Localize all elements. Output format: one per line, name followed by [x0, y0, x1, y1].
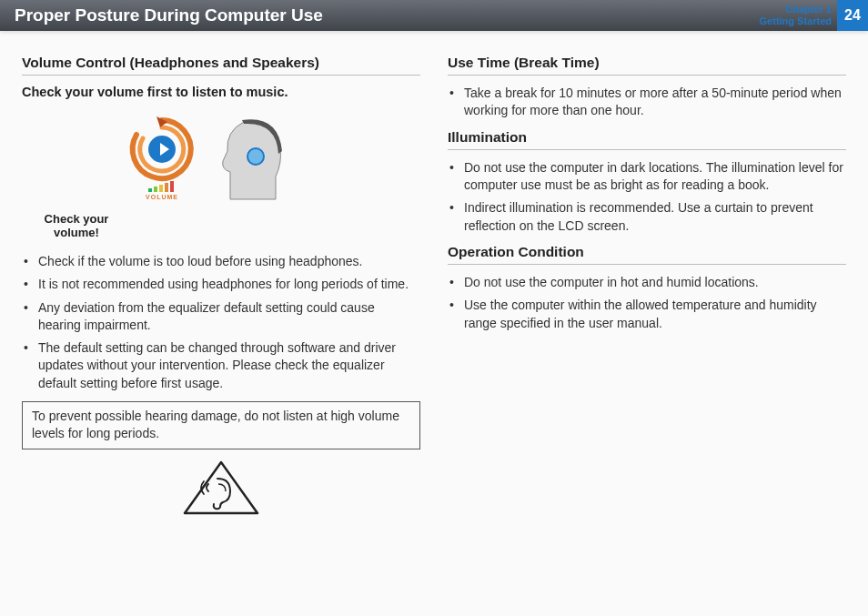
- page-title: Proper Posture During Computer Use: [15, 5, 323, 25]
- volume-bullets: Check if the volume is too loud before u…: [22, 253, 420, 392]
- svg-rect-6: [165, 183, 168, 192]
- operation-bullets: Do not use the computer in hot and humid…: [448, 274, 846, 332]
- section-heading-volume: Volume Control (Headphones and Speakers): [22, 55, 420, 76]
- list-item: Take a break for 10 minutes or more afte…: [448, 85, 846, 120]
- list-item: Do not use the computer in hot and humid…: [448, 274, 846, 291]
- sub-heading-volume: Check your volume first to listen to mus…: [22, 85, 420, 99]
- chapter-subtitle: Getting Started: [760, 15, 832, 27]
- illumination-bullets: Do not use the computer in dark location…: [448, 159, 846, 235]
- usetime-bullets: Take a break for 10 minutes or more afte…: [448, 85, 846, 120]
- content-area: Volume Control (Headphones and Speakers)…: [0, 31, 868, 532]
- section-heading-usetime: Use Time (Break Time): [448, 55, 846, 76]
- volume-label: VOLUME: [146, 194, 178, 200]
- right-column: Use Time (Break Time) Take a break for 1…: [448, 55, 846, 523]
- list-item: Any deviation from the equalizer default…: [22, 299, 420, 335]
- chapter-text: Chapter 1 Getting Started: [760, 4, 832, 26]
- left-column: Volume Control (Headphones and Speakers)…: [22, 55, 420, 523]
- section-heading-operation: Operation Condition: [448, 244, 846, 265]
- list-item: Use the computer within the allowed temp…: [448, 297, 846, 332]
- svg-rect-5: [159, 185, 163, 192]
- list-item: Do not use the computer in dark location…: [448, 159, 846, 195]
- svg-rect-7: [170, 181, 174, 192]
- section-heading-illumination: Illumination: [448, 129, 846, 150]
- volume-person-icon: VOLUME: [116, 108, 326, 208]
- svg-rect-3: [148, 188, 152, 192]
- illustration-volume: VOLUME Check your volume!: [22, 108, 420, 240]
- caption-line-2: volume!: [54, 226, 99, 239]
- caption-line-1: Check your: [45, 212, 109, 226]
- svg-point-8: [247, 148, 264, 165]
- warning-box: To prevent possible hearing damage, do n…: [22, 401, 420, 449]
- ear-triangle-icon: [176, 457, 267, 520]
- page-number-badge: 24: [837, 0, 868, 31]
- list-item: It is not recommended using headphones f…: [22, 276, 420, 293]
- list-item: Check if the volume is too loud before u…: [22, 253, 420, 270]
- svg-rect-4: [154, 187, 157, 192]
- chapter-label: Chapter 1: [760, 4, 832, 15]
- hearing-warning-symbol: [22, 457, 420, 523]
- illustration-caption: Check your volume!: [31, 213, 122, 240]
- list-item: Indirect illumination is recommended. Us…: [448, 199, 846, 235]
- page-header: Proper Posture During Computer Use Chapt…: [0, 0, 868, 31]
- list-item: The default setting can be changed throu…: [22, 339, 420, 392]
- chapter-block: Chapter 1 Getting Started 24: [760, 0, 868, 31]
